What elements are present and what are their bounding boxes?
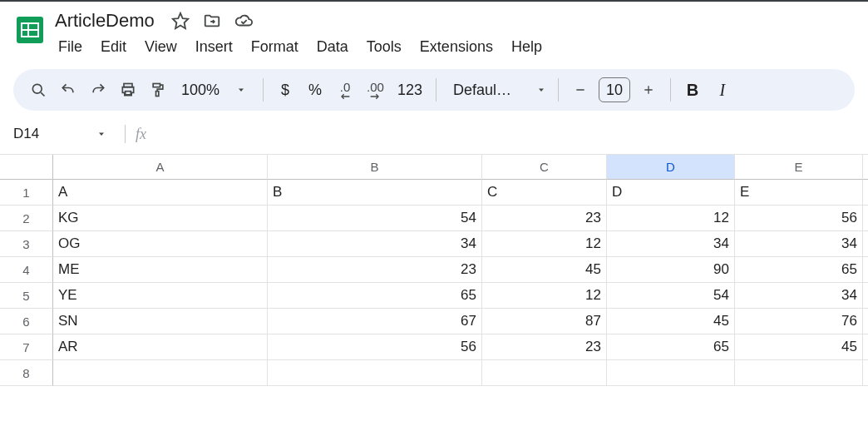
font-family-dropdown[interactable]: Defaul… [443,82,551,99]
name-box[interactable]: D14 [13,126,115,142]
paint-format-icon[interactable] [143,75,173,105]
cell[interactable]: 65 [607,334,735,360]
redo-icon[interactable] [83,75,113,105]
cell[interactable]: C [482,180,607,206]
cell[interactable]: OG [53,231,268,257]
bold-button[interactable]: B [678,75,708,105]
cell[interactable] [607,360,735,386]
menu-edit[interactable]: Edit [92,35,135,59]
format-currency-button[interactable]: $ [270,75,300,105]
svg-rect-8 [126,92,131,95]
name-box-value: D14 [13,126,39,142]
cell[interactable] [268,360,482,386]
print-icon[interactable] [113,75,143,105]
cell[interactable]: 56 [268,334,482,360]
more-formats-button[interactable]: 123 [391,75,429,105]
cell[interactable]: 45 [482,257,607,283]
cell[interactable] [863,283,868,309]
cell[interactable] [863,180,868,206]
cell[interactable]: 12 [607,206,735,231]
format-percent-button[interactable]: % [300,75,330,105]
cell[interactable]: KG [53,206,268,231]
cloud-saved-icon[interactable] [234,12,253,30]
column-header-D[interactable]: D [607,155,735,180]
cell[interactable]: 56 [735,206,863,231]
cell[interactable]: 65 [268,283,482,309]
cell[interactable] [863,334,868,360]
select-all-corner[interactable] [0,155,53,180]
zoom-dropdown[interactable]: 100% [173,75,256,105]
cell[interactable] [482,360,607,386]
cell[interactable]: 45 [735,334,863,360]
cell[interactable] [863,257,868,283]
cell[interactable]: 12 [482,231,607,257]
cell[interactable]: 12 [482,283,607,309]
cell[interactable]: A [53,180,268,206]
increase-decimal-button[interactable]: .00 [360,75,391,105]
cell[interactable]: 67 [268,309,482,334]
move-folder-icon[interactable] [203,12,221,30]
column-header-E[interactable]: E [735,155,863,180]
row-header[interactable]: 7 [0,334,53,360]
cell[interactable]: 23 [482,206,607,231]
sheets-logo[interactable] [13,8,47,52]
cell[interactable] [863,309,868,334]
cell[interactable] [735,360,863,386]
row-header[interactable]: 2 [0,206,53,231]
font-size-decrease-button[interactable] [565,75,595,105]
undo-icon[interactable] [53,75,83,105]
cell[interactable]: 45 [607,309,735,334]
menu-help[interactable]: Help [503,35,550,59]
font-size-input[interactable]: 10 [599,77,630,102]
cell[interactable]: SN [53,309,268,334]
cell[interactable]: 90 [607,257,735,283]
menu-extensions[interactable]: Extensions [412,35,501,59]
menu-file[interactable]: File [50,35,91,59]
cell[interactable]: 65 [735,257,863,283]
font-size-increase-button[interactable] [634,75,663,105]
cell[interactable]: 87 [482,309,607,334]
row-header[interactable]: 3 [0,231,53,257]
cell[interactable]: 76 [735,309,863,334]
cell[interactable]: 54 [268,206,482,231]
svg-rect-10 [156,92,159,97]
cell[interactable]: 23 [482,334,607,360]
row-header[interactable]: 6 [0,309,53,334]
column-header-B[interactable]: B [268,155,482,180]
row-header[interactable]: 4 [0,257,53,283]
cell[interactable]: 34 [735,231,863,257]
cell[interactable] [863,360,868,386]
cell[interactable]: 34 [607,231,735,257]
menu-tools[interactable]: Tools [358,35,410,59]
column-header-C[interactable]: C [482,155,607,180]
cell[interactable]: ME [53,257,268,283]
italic-button[interactable]: I [708,75,737,105]
decrease-decimal-button[interactable]: .0 [330,75,360,105]
cell[interactable]: 34 [268,231,482,257]
row-header[interactable]: 1 [0,180,53,206]
menu-insert[interactable]: Insert [187,35,241,59]
menu-data[interactable]: Data [308,35,357,59]
star-icon[interactable] [171,12,190,30]
menu-view[interactable]: View [136,35,185,59]
cell[interactable]: E [735,180,863,206]
cell[interactable] [863,231,868,257]
cell[interactable] [53,360,268,386]
row-header[interactable]: 5 [0,283,53,309]
cell[interactable]: 23 [268,257,482,283]
cell[interactable] [863,206,868,231]
cell[interactable]: 54 [607,283,735,309]
cell[interactable]: B [268,180,482,206]
svg-marker-16 [99,133,104,136]
column-header-A[interactable]: A [53,155,268,180]
svg-marker-11 [239,89,244,92]
search-icon[interactable] [23,75,53,105]
row-header[interactable]: 8 [0,360,53,386]
cell[interactable]: 34 [735,283,863,309]
cell[interactable]: AR [53,334,268,360]
menu-format[interactable]: Format [243,35,307,59]
cell[interactable]: YE [53,283,268,309]
cell[interactable]: D [607,180,735,206]
document-title[interactable]: ArticleDemo [55,10,155,32]
column-header-partial[interactable] [863,155,868,180]
